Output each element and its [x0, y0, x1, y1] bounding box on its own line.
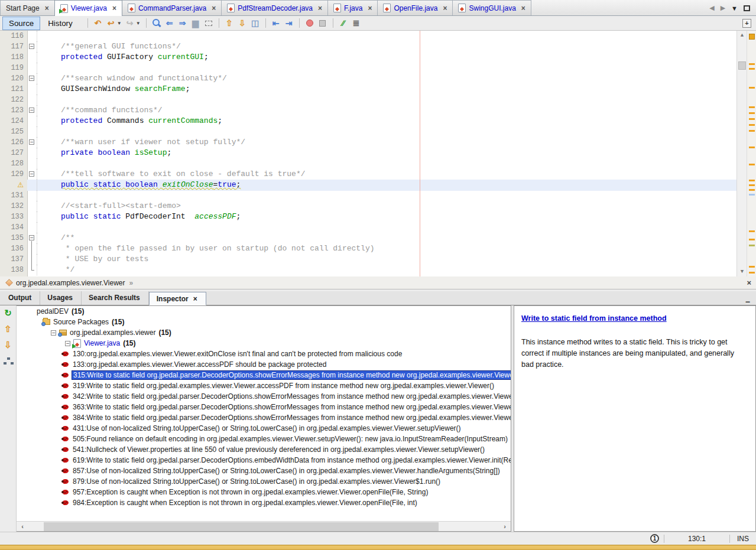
- rectangular-selection-icon[interactable]: [203, 17, 215, 29]
- code-text[interactable]: /**tell software to exit on close - defa…: [37, 169, 736, 180]
- breadcrumb[interactable]: org.jpedal.examples.viewer.Viewer » ×: [0, 276, 756, 289]
- tab-commandparser-java[interactable]: CommandParser.java×: [122, 0, 222, 15]
- warning-item[interactable]: 857:Use of non-localized String.toUpperC…: [17, 466, 511, 476]
- code-text[interactable]: [37, 222, 736, 233]
- tab-pdfstreamdecoder-java[interactable]: PdfStreamDecoder.java×: [221, 0, 328, 15]
- code-text[interactable]: */: [37, 265, 736, 275]
- code-text[interactable]: [37, 63, 736, 73]
- code-text[interactable]: [37, 95, 736, 105]
- fold-column[interactable]: [27, 31, 37, 41]
- move-up-icon[interactable]: ⇧: [3, 324, 14, 334]
- code-text[interactable]: [37, 31, 736, 41]
- code-text[interactable]: [37, 126, 736, 137]
- code-line[interactable]: 136 * open the file passed in by user on…: [0, 243, 736, 254]
- code-text[interactable]: protected Commands currentCommands;: [37, 116, 736, 126]
- code-line[interactable]: 137 * USE by our tests: [0, 254, 736, 265]
- scroll-left-icon[interactable]: ‹: [18, 522, 27, 531]
- warning-item[interactable]: 342:Write to static field org.jpedal.par…: [17, 391, 511, 402]
- find-selection-icon[interactable]: [151, 17, 163, 29]
- minimize-panel-icon[interactable]: −: [745, 299, 750, 305]
- warning-item[interactable]: 984:Exception is caught when Exception i…: [17, 497, 511, 508]
- shift-line-left-icon[interactable]: ⇤: [270, 17, 282, 29]
- scroll-up-icon[interactable]: ▲: [737, 31, 747, 40]
- error-stripe-mark[interactable]: [749, 106, 755, 108]
- fold-column[interactable]: [27, 158, 37, 169]
- uncomment-icon[interactable]: ≣: [351, 17, 362, 29]
- code-line[interactable]: 134: [0, 222, 736, 233]
- code-line[interactable]: 118 protected GUIFactory currentGUI;: [0, 52, 736, 63]
- maximize-window-icon[interactable]: [744, 5, 750, 11]
- code-text[interactable]: /**command functions*/: [37, 105, 736, 116]
- start-macro-recording-icon[interactable]: [304, 17, 316, 29]
- code-text[interactable]: protected GUIFactory currentGUI;: [37, 52, 736, 63]
- source-view-button[interactable]: Source: [2, 17, 40, 30]
- comment-icon[interactable]: ∕∕: [338, 17, 349, 29]
- breadcrumb-close-icon[interactable]: ×: [747, 278, 751, 287]
- fold-column[interactable]: −: [27, 169, 37, 180]
- fold-column[interactable]: −: [27, 137, 37, 148]
- toggle-highlight-icon[interactable]: ▆: [190, 17, 202, 29]
- error-stripe-mark[interactable]: [749, 118, 755, 120]
- warning-item[interactable]: 363:Write to static field org.jpedal.par…: [17, 402, 511, 412]
- breadcrumb-path[interactable]: org.jpedal.examples.viewer.Viewer: [16, 279, 125, 287]
- close-tab-icon[interactable]: ×: [212, 4, 216, 12]
- code-line[interactable]: 120− /**search window and functionality*…: [0, 73, 736, 84]
- fold-column[interactable]: [27, 211, 37, 222]
- error-stripe-mark[interactable]: [749, 164, 755, 165]
- fold-column[interactable]: −: [27, 73, 37, 84]
- code-text[interactable]: public static PdfDecoderInt accessPDF;: [37, 211, 736, 222]
- code-line[interactable]: 126− /**warn user if viewer not setup fu…: [0, 137, 736, 148]
- close-tab-icon[interactable]: ×: [45, 4, 49, 12]
- fold-column[interactable]: [27, 180, 37, 191]
- fold-column[interactable]: −: [27, 105, 37, 116]
- fold-collapse-icon[interactable]: −: [29, 76, 34, 81]
- close-tab-icon[interactable]: ×: [193, 295, 197, 303]
- tree-group-source-packages[interactable]: Source Packages(15): [17, 317, 511, 327]
- error-stripe-mark[interactable]: [749, 239, 755, 240]
- fold-column[interactable]: [27, 95, 37, 105]
- tab-viewer-java[interactable]: Viewer.java×: [54, 0, 122, 16]
- code-text[interactable]: /**general GUI functions*/: [37, 41, 736, 52]
- code-line[interactable]: 135− /**: [0, 233, 736, 243]
- code-line[interactable]: 132 //<start-full><start-demo>: [0, 201, 736, 211]
- stop-macro-recording-icon[interactable]: [317, 17, 329, 29]
- hscrollbar-thumb[interactable]: [44, 522, 439, 531]
- error-stripe-mark[interactable]: [749, 112, 755, 114]
- code-line[interactable]: 128: [0, 158, 736, 169]
- warning-item[interactable]: 879:Use of non-localized String.toUpperC…: [17, 476, 511, 487]
- shift-line-right-icon[interactable]: ⇥: [283, 17, 295, 29]
- fold-column[interactable]: [27, 190, 37, 201]
- code-line[interactable]: 138 */: [0, 265, 736, 275]
- scrollbar-thumb[interactable]: [738, 61, 746, 70]
- code-text[interactable]: private boolean isSetup;: [37, 148, 736, 158]
- warning-item[interactable]: 505:Found reliance on default encoding i…: [17, 434, 511, 444]
- error-stripe-mark[interactable]: [749, 147, 755, 148]
- close-tab-icon[interactable]: ×: [368, 4, 372, 12]
- fold-collapse-icon[interactable]: −: [29, 139, 34, 145]
- error-stripe-mark[interactable]: [749, 130, 755, 132]
- warning-item[interactable]: 130:org.jpedal.examples.viewer.Viewer.ex…: [17, 349, 511, 359]
- code-line[interactable]: ⚠ public static boolean exitOnClose=true…: [0, 180, 736, 190]
- error-stripe-mark[interactable]: [749, 180, 755, 181]
- warning-title-link[interactable]: Write to static field from instance meth…: [521, 314, 667, 323]
- dropdown-arrow-icon[interactable]: ▼: [136, 21, 141, 26]
- code-text[interactable]: [37, 158, 736, 169]
- error-stripe-mark[interactable]: [749, 87, 755, 89]
- editor-vertical-scrollbar[interactable]: ▲ ▼: [736, 31, 747, 276]
- fold-column[interactable]: [27, 243, 37, 254]
- code-line[interactable]: 133 public static PdfDecoderInt accessPD…: [0, 211, 736, 222]
- tree-expander-icon[interactable]: −: [51, 330, 56, 336]
- tab-f-java[interactable]: F.java×: [327, 0, 378, 15]
- tab-inspector[interactable]: Inspector×: [149, 292, 206, 305]
- back-icon[interactable]: ↩: [105, 17, 117, 29]
- code-text[interactable]: [37, 190, 736, 201]
- error-stripe-mark[interactable]: [749, 272, 755, 274]
- next-bookmark-icon[interactable]: ⇩: [236, 17, 248, 29]
- inspector-tree[interactable]: pedalDEV(15)Source Packages(15)−org.jped…: [17, 305, 511, 532]
- code-line[interactable]: 119: [0, 63, 736, 73]
- fold-column[interactable]: −: [27, 41, 37, 52]
- code-line[interactable]: 116: [0, 31, 736, 41]
- warning-item[interactable]: 541:Nullcheck of Viewer.properties at li…: [17, 444, 511, 455]
- error-stripe-mark[interactable]: [749, 184, 755, 186]
- tree-group-pedaldev[interactable]: pedalDEV(15): [17, 306, 511, 317]
